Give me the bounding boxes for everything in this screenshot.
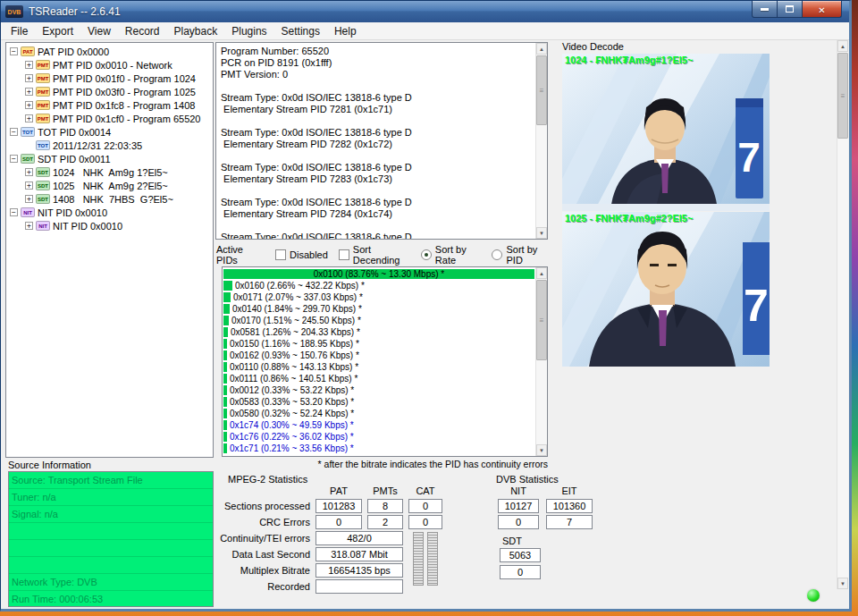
pid-row-label: 0x0583 (0.33% ~ 53.20 Kbps) * bbox=[230, 397, 354, 407]
expand-icon[interactable]: + bbox=[25, 222, 33, 230]
sort-by-pid-radio[interactable] bbox=[492, 249, 502, 260]
details-scrollbar-thumb[interactable] bbox=[536, 55, 547, 125]
tree-item-label: NIT PID 0x0010 bbox=[38, 207, 107, 218]
menu-item-export[interactable]: Export bbox=[35, 23, 80, 39]
collapse-icon[interactable]: − bbox=[10, 208, 18, 216]
scroll-down-arrow[interactable] bbox=[837, 578, 848, 589]
sort-descending-checkbox[interactable] bbox=[339, 249, 349, 260]
expand-icon[interactable]: + bbox=[25, 74, 33, 82]
expand-icon[interactable]: + bbox=[25, 195, 33, 203]
pid-row[interactable]: 0x0111 (0.86% ~ 140.51 Kbps) * bbox=[223, 373, 534, 384]
details-scrollbar[interactable] bbox=[535, 43, 547, 239]
tree-item[interactable]: −SDTSDT PID 0x0011 bbox=[6, 152, 213, 165]
expand-icon[interactable]: + bbox=[25, 101, 33, 109]
main-scrollbar[interactable] bbox=[837, 40, 848, 589]
tree-item[interactable]: +SDT1025 NHK Am9g 2?El5~ bbox=[6, 179, 213, 192]
collapse-icon[interactable]: − bbox=[10, 128, 18, 136]
expand-icon[interactable]: + bbox=[25, 181, 33, 190]
mpeg-row-label: CRC Errors bbox=[217, 515, 310, 529]
pid-row[interactable]: 0x0581 (1.26% ~ 204.33 Kbps) * bbox=[223, 326, 534, 338]
source-info-row bbox=[9, 540, 213, 557]
tree-item[interactable]: +PMTPMT PID 0x1fc8 - Program 1408 bbox=[6, 98, 213, 112]
pid-row[interactable]: 0x0100 (83.76% ~ 13.30 Mbps) * bbox=[223, 268, 534, 280]
pid-scrollbar-thumb[interactable] bbox=[536, 280, 547, 360]
title-bar[interactable]: DVB TSReader -- 2.6.41 bbox=[1, 1, 849, 22]
collapse-icon[interactable]: − bbox=[10, 155, 18, 163]
tree-item[interactable]: −TOTTOT PID 0x0014 bbox=[6, 125, 213, 139]
tree-item[interactable]: −NITNIT PID 0x0010 bbox=[6, 206, 213, 219]
menu-item-help[interactable]: Help bbox=[327, 23, 364, 39]
details-line: Stream Type: 0x0d ISO/IEC 13818-6 type D bbox=[221, 92, 533, 104]
sort-descending-label: Sort Decending bbox=[353, 244, 410, 266]
scroll-up-arrow[interactable] bbox=[536, 267, 547, 279]
close-button[interactable] bbox=[802, 1, 842, 18]
source-info-row bbox=[9, 557, 213, 574]
details-line bbox=[221, 150, 533, 162]
expand-icon[interactable]: + bbox=[25, 114, 33, 122]
menu-item-record[interactable]: Record bbox=[118, 23, 167, 39]
menu-item-file[interactable]: File bbox=[4, 23, 35, 39]
scroll-down-arrow[interactable] bbox=[536, 444, 547, 456]
mpeg-stat-field: 16654135 bps bbox=[315, 563, 403, 578]
menu-item-playback[interactable]: Playback bbox=[167, 23, 225, 39]
pid-row[interactable]: 0x0160 (2.66% ~ 432.22 Kbps) * bbox=[223, 280, 534, 291]
pid-row[interactable]: 0x1c71 (0.21% ~ 33.56 Kbps) * bbox=[223, 443, 534, 454]
pid-row-label: 0x0580 (0.32% ~ 52.24 Kbps) * bbox=[230, 409, 354, 418]
tree-item-label: PMT PID 0x01f0 - Program 1024 bbox=[53, 73, 196, 84]
pid-row-label: 0x0170 (1.51% ~ 245.50 Kbps) * bbox=[231, 316, 361, 325]
pid-row[interactable]: 0x0583 (0.33% ~ 53.20 Kbps) * bbox=[223, 396, 534, 408]
dvb-logo-icon: DVB bbox=[5, 5, 23, 18]
pid-row[interactable]: 0x0110 (0.88% ~ 143.13 Kbps) * bbox=[223, 361, 534, 373]
disabled-checkbox[interactable] bbox=[275, 249, 286, 260]
maximize-button[interactable] bbox=[778, 1, 802, 18]
scroll-up-arrow[interactable] bbox=[536, 43, 547, 55]
expand-icon[interactable]: + bbox=[25, 168, 33, 176]
details-line: Stream Type: 0x0d ISO/IEC 13818-6 type D bbox=[221, 162, 533, 173]
details-line: Elementary Stream PID 7282 (0x1c72) bbox=[221, 139, 533, 150]
collapse-icon[interactable]: − bbox=[10, 47, 18, 55]
tree-item[interactable]: +PMTPMT PID 0x0010 - Network bbox=[6, 58, 213, 72]
pid-row[interactable]: 0x0170 (1.51% ~ 245.50 Kbps) * bbox=[223, 315, 534, 326]
scroll-down-arrow[interactable] bbox=[536, 227, 547, 239]
sdt-table-icon: SDT bbox=[36, 181, 50, 190]
video-thumbnail-1025[interactable]: 7 1025 - ₣NHK₮Am9g#2?El5~ bbox=[562, 212, 770, 367]
pid-row[interactable]: 0x1c74 (0.30% ~ 49.59 Kbps) * bbox=[223, 419, 534, 431]
pid-rate-bar bbox=[223, 339, 227, 349]
studio-desk bbox=[562, 204, 770, 211]
tree-item[interactable]: −PATPAT PID 0x0000 bbox=[6, 45, 213, 58]
tree-item-label: 2011/12/31 22:03:35 bbox=[53, 140, 142, 151]
tree-item[interactable]: +SDT1408 NHK 7HBS G?El5~ bbox=[6, 192, 213, 206]
tree-item[interactable]: +PMTPMT PID 0x03f0 - Program 1025 bbox=[6, 85, 213, 98]
pid-row[interactable]: 0x0171 (2.07% ~ 337.03 Kbps) * bbox=[223, 291, 534, 303]
expand-icon[interactable]: + bbox=[25, 88, 33, 96]
menu-item-plugins[interactable]: Plugins bbox=[224, 23, 273, 39]
tree-item[interactable]: +NITNIT PID 0x0010 bbox=[6, 219, 213, 232]
sdt-table-icon: SDT bbox=[36, 167, 50, 177]
pid-row[interactable]: 0x0150 (1.16% ~ 188.95 Kbps) * bbox=[223, 338, 534, 350]
video-thumbnail-1024[interactable]: 7 1024 - ₣NHK₮Am9g#1?El5~ bbox=[562, 54, 770, 211]
main-scrollbar-thumb[interactable] bbox=[837, 53, 848, 139]
scroll-up-arrow[interactable] bbox=[837, 40, 848, 52]
pid-row[interactable]: 0x0162 (0.93% ~ 150.76 Kbps) * bbox=[223, 350, 534, 361]
mpeg-grid: PATPMTsCATSections processed10128380CRC … bbox=[217, 485, 442, 594]
minimize-button[interactable] bbox=[752, 1, 778, 18]
badge-number: 7 bbox=[744, 281, 769, 331]
source-info-panel: Source: Transport Stream FileTuner: n/aS… bbox=[8, 471, 214, 607]
pid-row[interactable]: 0x1c76 (0.22% ~ 36.02 Kbps) * bbox=[223, 431, 534, 443]
tree-item[interactable]: +PMTPMT PID 0x01f0 - Program 1024 bbox=[6, 72, 213, 85]
expand-icon[interactable]: + bbox=[25, 61, 33, 69]
pid-row-label: 0x0171 (2.07% ~ 337.03 Kbps) * bbox=[233, 292, 363, 302]
pid-row[interactable]: 0x0012 (0.33% ~ 53.22 Kbps) * bbox=[223, 384, 534, 396]
menu-item-settings[interactable]: Settings bbox=[274, 23, 327, 39]
sort-by-rate-radio[interactable] bbox=[421, 249, 432, 260]
pid-list-scrollbar[interactable] bbox=[535, 267, 547, 456]
tree-item[interactable]: +PMTPMT PID 0x1cf0 - Program 65520 bbox=[6, 112, 213, 125]
pid-row[interactable]: 0x0140 (1.84% ~ 299.70 Kbps) * bbox=[223, 303, 534, 315]
sort-by-pid-label: Sort by PID bbox=[506, 244, 549, 266]
mpeg-row-label: Continuity/TEI errors bbox=[217, 531, 310, 545]
pid-row[interactable]: 0x0580 (0.32% ~ 52.24 Kbps) * bbox=[223, 408, 534, 419]
pat-table-icon: PAT bbox=[21, 46, 35, 56]
menu-item-view[interactable]: View bbox=[80, 23, 118, 39]
tree-item[interactable]: TOT2011/12/31 22:03:35 bbox=[6, 139, 213, 152]
tree-item[interactable]: +SDT1024 NHK Am9g 1?El5~ bbox=[6, 165, 213, 179]
